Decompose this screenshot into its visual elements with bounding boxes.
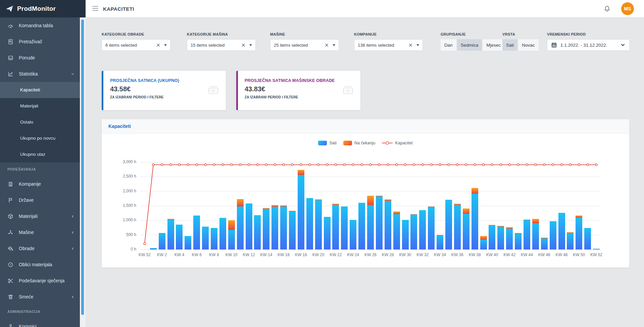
sidebar-item-kompanije[interactable]: Kompanije <box>0 176 80 192</box>
search-doc-icon <box>7 39 13 45</box>
sidebar-item-oblici-materijala[interactable]: Oblici materijala <box>0 256 80 273</box>
sidebar-subitem-ukupno-ulaz[interactable]: Ukupno ulaz <box>0 146 80 162</box>
clear-selection-icon[interactable] <box>325 43 329 47</box>
sidebar-item-masine[interactable]: Mašine <box>0 224 80 240</box>
filter-label: VRSTA <box>502 32 539 36</box>
statistics-icon <box>7 71 13 77</box>
banknote-icon <box>343 86 353 94</box>
stat-card-prosjecna-satnica-masinske-obrade: PROSJEČNA SATNICA MAŠINSKE OBRADE 43.83€… <box>236 71 360 110</box>
topbar: KAPACITETI MS <box>86 0 644 17</box>
filter-label: KOMPANIJE <box>354 32 423 36</box>
sidebar-item-smece[interactable]: Smeće <box>0 289 80 305</box>
clear-selection-icon[interactable] <box>409 43 412 47</box>
sidebar-item-obrade[interactable]: Obrade <box>0 240 80 256</box>
sidebar-section-header-administracija: ADMINISTRACIJA <box>0 305 80 318</box>
multiselect-value: 138 items selected <box>358 43 409 48</box>
sidebar-item-komandna-tabla[interactable]: Komandna tabla <box>0 17 80 34</box>
filter-group-masine: MAŠINE25 items selected <box>270 32 339 51</box>
multiselect-masine[interactable]: 25 items selected <box>270 39 339 51</box>
company-icon <box>7 181 13 187</box>
y-axis-label: 1,500 h <box>104 203 136 208</box>
sidebar-item-label: Smeće <box>19 294 34 299</box>
notifications-bell-icon[interactable] <box>604 5 610 12</box>
date-range-value: 1.1.2022. - 31.12.2022. <box>560 43 617 48</box>
hamburger-menu-icon[interactable] <box>92 6 98 12</box>
sidebar-item-label: Materijali <box>19 214 38 219</box>
grouping-option-dan[interactable]: Dan <box>441 39 456 51</box>
sidebar-item-statistika[interactable]: Statistika <box>0 66 80 82</box>
logo-icon <box>5 4 14 13</box>
grouping-segmented-control: DanSedmicaMjesec <box>441 39 504 51</box>
grouping-option-sedmica[interactable]: Sedmica <box>457 39 482 51</box>
dropdown-caret-icon[interactable] <box>164 44 167 46</box>
stat-card-subtitle: ZA IZABRANI PERIOD I FILTERE <box>245 95 352 99</box>
stat-card-title: PROSJEČNA SATNICA MAŠINSKE OBRADE <box>245 78 352 83</box>
sidebar-subitem-ostalo[interactable]: Ostalo <box>0 114 80 130</box>
sidebar-item-label: Obrade <box>19 246 35 251</box>
clear-selection-icon[interactable] <box>156 43 160 47</box>
offers-icon <box>7 55 13 61</box>
sidebar-scrollbar-thumb[interactable] <box>81 19 84 315</box>
chevron-left-icon <box>71 231 75 234</box>
vrsta-option-novac[interactable]: Novac <box>518 39 538 51</box>
sidebar-item-drzave[interactable]: Države <box>0 192 80 208</box>
multiselect-kategorije-masina[interactable]: 15 items selected <box>187 39 256 51</box>
sidebar-item-materijali[interactable]: Materijali <box>0 208 80 224</box>
multiselect-value: 6 items selected <box>105 43 156 48</box>
multiselect-kompanije[interactable]: 138 items selected <box>354 39 423 51</box>
sidebar-item-label: Komandna tabla <box>19 23 53 28</box>
legend-label: Kapacitet <box>395 141 412 145</box>
dropdown-caret-icon[interactable] <box>249 44 252 46</box>
filter-label: KATEGORIJE OBRADE <box>102 32 170 36</box>
filter-group-grupisanje: GRUPISANJE DanSedmicaMjesec <box>441 32 504 51</box>
chevron-down-icon <box>71 72 75 76</box>
sidebar-subitem-kapaciteti[interactable]: Kapaciteti <box>0 82 80 98</box>
vrsta-segmented-control: SatiNovac <box>502 39 539 51</box>
dropdown-caret-icon[interactable] <box>416 44 419 46</box>
filter-group-kategorije-obrade: KATEGORIJE OBRADE6 items selected <box>102 32 170 51</box>
chevron-left-icon <box>71 295 75 299</box>
chart-card: Kapaciteti SatiNa čekanjuKapacitet 0 h50… <box>102 119 629 268</box>
chart-title: Kapaciteti <box>108 124 131 129</box>
sidebar-item-label: Statistika <box>19 71 38 77</box>
sidebar-item-ponude[interactable]: Ponude <box>0 50 80 66</box>
sidebar-subitem-materijali[interactable]: Materijali <box>0 98 80 114</box>
date-range-picker[interactable]: 1.1.2022. - 31.12.2022. <box>547 39 630 51</box>
vrsta-option-sati[interactable]: Sati <box>502 39 517 51</box>
machine-icon <box>7 229 13 235</box>
sidebar-item-pretrazivac[interactable]: Pretraživač <box>0 34 80 50</box>
y-axis-label: 3,000 h <box>104 159 136 164</box>
stat-card-title: PROSJEČNA SATNICA (UKUPNO) <box>110 78 218 83</box>
stat-card-value: 43.83€ <box>245 85 352 93</box>
sidebar-subitem-ukupno-po-novcu[interactable]: Ukupno po novcu <box>0 130 80 146</box>
multiselect-kategorije-obrade[interactable]: 6 items selected <box>102 39 170 51</box>
scissors-icon <box>7 278 13 284</box>
banknote-icon <box>208 86 218 94</box>
chevron-left-icon <box>71 215 75 218</box>
gauge-icon <box>7 22 13 29</box>
user-avatar[interactable]: MS <box>621 2 634 15</box>
chart-plot-area: 0 h500 h1,000 h1,500 h2,000 h2,500 h3,00… <box>140 162 601 249</box>
app-logo[interactable]: ProdMonitor <box>0 0 86 17</box>
sidebar-item-podesavanje-sjecenja[interactable]: Podešavanje sječenja <box>0 273 80 289</box>
stat-card-subtitle: ZA IZABRANI PERIOD I FILTERE <box>110 95 218 99</box>
circle-dot-icon <box>7 262 13 268</box>
sidebar-scrollbar-track[interactable] <box>80 17 86 327</box>
sidebar-item-label: Ponude <box>19 55 35 60</box>
logo-text: ProdMonitor <box>17 5 56 12</box>
sidebar-item-korisnici[interactable]: Korisnici <box>0 318 80 327</box>
legend-item-kapacitet[interactable]: Kapacitet <box>382 141 412 145</box>
legend-item-sati[interactable]: Sati <box>318 141 337 145</box>
y-axis-label: 0 h <box>104 247 136 251</box>
sidebar-item-label: Kompanije <box>19 181 41 187</box>
flag-icon <box>7 197 13 203</box>
sidebar: ProdMonitor Komandna tablaPretraživačPon… <box>0 0 86 327</box>
y-axis-label: 2,500 h <box>104 174 136 179</box>
legend-item-na-cekanju[interactable]: Na čekanju <box>343 141 376 145</box>
grouping-option-mjesec[interactable]: Mjesec <box>483 39 504 51</box>
dropdown-caret-icon[interactable] <box>333 44 335 46</box>
multiselect-value: 15 items selected <box>191 43 242 48</box>
clear-selection-icon[interactable] <box>242 43 245 47</box>
filter-label: MAŠINE <box>270 32 339 36</box>
legend-label: Na čekanju <box>354 141 376 145</box>
